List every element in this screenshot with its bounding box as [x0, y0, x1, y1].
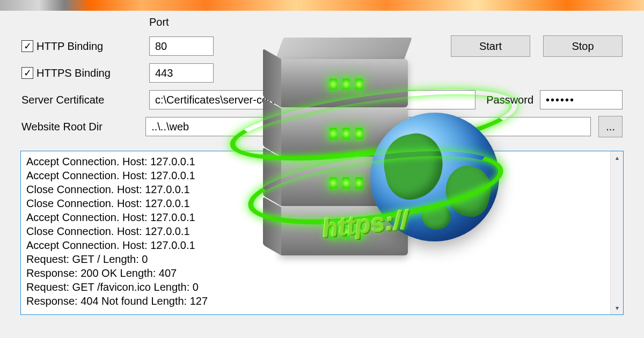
https-binding-label: HTTPS Binding: [36, 67, 111, 79]
http-binding-label: HTTP Binding: [36, 40, 103, 53]
log-output: Accept Connection. Host: 127.0.0.1 Accep…: [20, 151, 624, 315]
log-text-area[interactable]: Accept Connection. Host: 127.0.0.1 Accep…: [21, 151, 610, 314]
log-line: Close Connection. Host: 127.0.0.1: [26, 224, 605, 238]
browse-button[interactable]: ...: [598, 116, 623, 137]
log-line: Close Connection. Host: 127.0.0.1: [26, 196, 605, 210]
log-line: Accept Connection. Host: 127.0.0.1: [26, 155, 605, 168]
http-binding-checkbox[interactable]: ✓: [21, 40, 33, 52]
config-panel: Port ✓ HTTP Binding Start Stop ✓ HTTPS B…: [0, 11, 644, 140]
http-port-input[interactable]: [149, 36, 214, 56]
start-button[interactable]: Start: [451, 35, 530, 57]
server-certificate-input[interactable]: [149, 90, 475, 109]
log-line: Accept Connection. Host: 127.0.0.1: [26, 168, 605, 182]
password-label: Password: [486, 94, 540, 106]
log-line: Request: GET / Length: 0: [26, 252, 605, 266]
port-column-header: Port: [149, 16, 623, 28]
log-line: Response: 200 OK Length: 407: [26, 266, 605, 280]
log-line: Close Connection. Host: 127.0.0.1: [26, 182, 605, 196]
scroll-up-icon[interactable]: ▴: [611, 151, 623, 164]
password-input[interactable]: [540, 90, 623, 109]
https-binding-checkbox[interactable]: ✓: [21, 67, 33, 79]
website-root-dir-input[interactable]: [145, 117, 591, 136]
website-root-dir-label: Website Root Dir: [21, 121, 103, 133]
scroll-down-icon[interactable]: ▾: [611, 302, 623, 314]
server-certificate-label: Server Certificate: [21, 94, 105, 106]
log-line: Request: GET /favicon.ico Length: 0: [26, 280, 605, 294]
log-line: Accept Connection. Host: 127.0.0.1: [26, 238, 605, 252]
log-scrollbar[interactable]: ▴ ▾: [610, 151, 623, 314]
log-line: Response: 404 Not found Length: 127: [26, 294, 605, 308]
log-line: Accept Connection. Host: 127.0.0.1: [26, 210, 605, 224]
window-title-strip: [0, 0, 644, 11]
stop-button[interactable]: Stop: [543, 35, 623, 57]
https-port-input[interactable]: [149, 63, 214, 83]
